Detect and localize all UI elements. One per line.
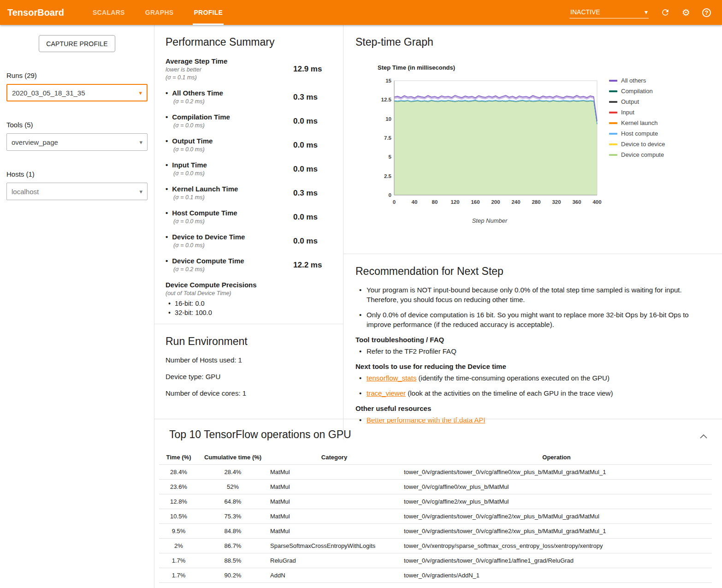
chevron-down-icon: ▾ [139, 188, 142, 195]
runs-dropdown[interactable]: 2020_03_05_18_31_35 ▾ [6, 84, 148, 101]
recommendation-title: Recommendation for Next Step [355, 265, 708, 278]
svg-text:5: 5 [389, 154, 392, 160]
metric-label: Input Time [166, 160, 293, 170]
metric-sigma: (σ = 0.0 ms) [173, 242, 293, 249]
cell-operation: tower_0/v/gradients/tower_0/v/cg/affine1… [401, 553, 712, 568]
help-icon[interactable]: ? [702, 8, 711, 17]
top-ops-section: Top 10 TensorFlow operations on GPU Time… [154, 419, 722, 588]
metric-label: Average Step Time [166, 57, 293, 66]
legend-item: Output [609, 98, 665, 105]
recommendation-bullet: Only 0.0% of device computation is 16 bi… [357, 310, 708, 329]
cell-cumulative: 75.3% [198, 509, 267, 524]
run-environment-section: Run Environment Number of Hosts used: 1 … [154, 324, 343, 417]
svg-text:400: 400 [592, 199, 601, 205]
tools-dropdown[interactable]: overview_page ▾ [6, 133, 148, 151]
cell-operation: tower_0/v/gradients/tower_0/v/cg/affine2… [401, 509, 712, 524]
legend-item: Host compute [609, 130, 665, 137]
step-time-chart-svg: 02.557.51012.515040801201602002402803203… [378, 75, 602, 212]
metric-sigma: (σ = 0.2 ms) [173, 98, 293, 106]
hosts-value: localhost [12, 188, 39, 196]
svg-text:0: 0 [393, 199, 396, 205]
svg-text:240: 240 [511, 199, 520, 205]
run-env-line: Number of device cores: 1 [166, 389, 332, 397]
tool-description: (look at the activities on the timeline … [406, 389, 613, 397]
metric-label: Compilation Time [166, 113, 293, 122]
other-resources-heading: Other useful resources [355, 404, 708, 412]
gear-icon[interactable]: ⚙ [682, 8, 690, 17]
precisions-note: (out of Total Device Time) [166, 290, 332, 297]
nav-tabs: SCALARS GRAPHS PROFILE [83, 0, 233, 25]
hosts-dropdown[interactable]: localhost ▾ [6, 183, 148, 200]
svg-text:120: 120 [450, 199, 459, 205]
tools-label: Tools (5) [6, 121, 154, 129]
status-dropdown[interactable]: INACTIVE ▾ [569, 6, 649, 18]
table-row: 1.7% 91.9% ApplyGradientDescent append_a… [159, 583, 712, 588]
recommendation-section: Recommendation for Next Step Your progra… [343, 254, 722, 440]
trace-viewer-link[interactable]: trace_viewer [367, 389, 406, 397]
performance-column: Performance Summary Average Step Time lo… [154, 25, 343, 440]
metric-row: Device to Device Time (σ = 0.0 ms) 0.0 m… [166, 232, 332, 249]
cell-category: MatMul [267, 509, 401, 524]
cell-time: 10.5% [159, 509, 198, 524]
table-row: 1.7% 90.2% AddN tower_0/v/gradients/AddN… [159, 568, 712, 583]
legend-label: Compilation [621, 88, 653, 95]
cell-operation: tower_0/v/cg/affine0/xw_plus_b/MatMul [401, 480, 712, 494]
cell-category: MatMul [267, 524, 401, 539]
metric-label: Output Time [166, 137, 293, 146]
refresh-icon[interactable] [661, 8, 670, 17]
run-environment-title: Run Environment [166, 335, 332, 348]
tab-graphs[interactable]: GRAPHS [135, 0, 184, 25]
metric-sigma: (σ = 0.0 ms) [173, 170, 293, 178]
cell-time: 1.7% [159, 568, 198, 583]
chevron-down-icon: ▾ [645, 8, 648, 16]
cell-cumulative: 52% [198, 480, 267, 494]
table-row: 2% 86.7% SparseSoftmaxCrossEntropyWithLo… [159, 539, 712, 553]
table-header-row: Time (%) Cumulative time (%) Category Op… [159, 450, 712, 465]
step-time-chart: Step Time (in milliseconds) 02.557.51012… [378, 64, 602, 224]
tab-scalars[interactable]: SCALARS [83, 0, 135, 25]
table-row: 23.6% 52% MatMul tower_0/v/cg/affine0/xw… [159, 480, 712, 494]
step-time-graph-section: Step-time Graph Step Time (in millisecon… [343, 25, 722, 254]
faq-bullet: Refer to the TF2 Profiler FAQ [357, 346, 708, 356]
cell-category: MatMul [267, 465, 401, 480]
collapse-section-button[interactable] [698, 431, 709, 442]
cell-time: 23.6% [159, 480, 198, 494]
metric-sigma: (σ = 0.1 ms) [166, 74, 293, 82]
cell-operation: tower_0/v/cg/affine2/xw_plus_b/MatMul [401, 494, 712, 509]
svg-text:200: 200 [491, 199, 500, 205]
cell-category: ReluGrad [267, 553, 401, 568]
cell-time: 1.7% [159, 583, 198, 588]
legend-item: Input [609, 109, 665, 116]
metric-label: Host Compute Time [166, 208, 293, 218]
tensorflow-stats-link[interactable]: tensorflow_stats [367, 374, 416, 382]
capture-profile-button[interactable]: CAPTURE PROFILE [39, 35, 115, 52]
metric-label: Device to Device Time [166, 232, 293, 242]
cell-time: 12.8% [159, 494, 198, 509]
svg-text:0: 0 [389, 192, 391, 198]
runs-value: 2020_03_05_18_31_35 [12, 89, 85, 97]
graph-column: Step-time Graph Step Time (in millisecon… [343, 25, 722, 440]
metric-row: All Others Time (σ = 0.2 ms) 0.3 ms [166, 89, 332, 106]
cell-operation: tower_0/v/gradients/tower_0/v/cg/affine2… [401, 524, 712, 539]
legend-swatch-output [609, 101, 617, 103]
sidebar: CAPTURE PROFILE Runs (29) 2020_03_05_18_… [0, 25, 154, 588]
metric-value: 0.0 ms [293, 165, 332, 174]
metric-row: Kernel Launch Time (σ = 0.1 ms) 0.3 ms [166, 184, 332, 202]
tab-profile[interactable]: PROFILE [183, 0, 233, 25]
metric-value: 12.2 ms [293, 261, 332, 270]
top-ops-table: Time (%) Cumulative time (%) Category Op… [159, 450, 712, 588]
cell-time: 9.5% [159, 524, 198, 539]
cell-cumulative: 64.8% [198, 494, 267, 509]
run-env-line: Number of Hosts used: 1 [166, 356, 332, 364]
legend-item: Device to device [609, 141, 665, 148]
legend-item: All others [609, 77, 665, 84]
metric-sigma: (σ = 0.2 ms) [173, 266, 293, 273]
faq-heading: Tool troubleshooting / FAQ [355, 336, 708, 344]
tools-value: overview_page [12, 138, 58, 146]
svg-text:15: 15 [385, 78, 391, 83]
metric-value: 0.0 ms [293, 213, 332, 222]
metric-value: 0.0 ms [293, 237, 332, 246]
metric-row: Output Time (σ = 0.0 ms) 0.0 ms [166, 137, 332, 154]
metric-note: lower is better [166, 66, 293, 74]
cell-operation: tower_0/v/xentropy/sparse_softmax_cross_… [401, 539, 712, 553]
